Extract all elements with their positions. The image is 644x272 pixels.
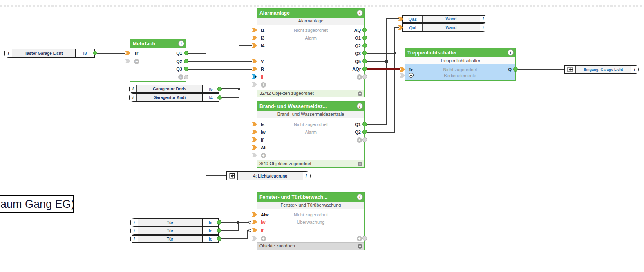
output-connector-q1[interactable] — [184, 51, 188, 55]
wire-q-to-eingang[interactable] — [517, 69, 564, 70]
info-icon[interactable]: i — [131, 236, 138, 242]
output-connector[interactable] — [217, 228, 221, 233]
output-connector[interactable] — [217, 87, 222, 91]
info-icon[interactable]: i — [357, 194, 363, 200]
io-label-aq: AQ — [354, 28, 361, 33]
input-port: I5 — [202, 85, 219, 92]
wire-taster-to-tr[interactable] — [97, 53, 125, 54]
output-connector-q5[interactable] — [362, 59, 367, 63]
input-block-taster-garage-licht[interactable]: i Taster Garage Licht I3 — [4, 49, 95, 58]
assignment-status: Nicht zugeordnet — [257, 212, 364, 217]
add-input-icon[interactable]: + — [261, 153, 266, 158]
io-label-iw: Iw — [261, 130, 266, 135]
wire-to-i4[interactable] — [239, 45, 252, 46]
wire-tuer3-out[interactable] — [221, 238, 248, 239]
info-icon[interactable]: i — [130, 94, 136, 101]
output-block-qal-wand[interactable]: Qal Wand i — [402, 23, 487, 32]
input-block-tuer-2[interactable]: i Tür Ic — [130, 227, 219, 235]
add-output-icon[interactable]: + — [357, 137, 362, 143]
function-block-treppenlichtschalter[interactable]: Treppenlichtschalter i Treppenlichtschal… — [405, 48, 516, 81]
output-port: Qal — [403, 24, 422, 31]
info-icon[interactable]: i — [631, 66, 638, 73]
output-connector-unused[interactable] — [362, 137, 367, 142]
settings-icon[interactable] — [358, 91, 362, 96]
output-connector[interactable] — [217, 220, 221, 225]
input-block-tuer-3[interactable]: i Tür Ic — [130, 235, 219, 243]
input-label: Tür — [138, 219, 202, 226]
info-icon[interactable]: i — [131, 219, 138, 226]
output-connector-q2[interactable] — [184, 59, 188, 63]
info-icon[interactable]: i — [508, 49, 514, 56]
info-icon[interactable]: i — [131, 227, 138, 234]
room-annotation-text: aum Gang EG) — [0, 198, 74, 210]
wire-q1-out[interactable] — [188, 53, 206, 54]
output-label: Wand — [422, 24, 480, 31]
wire-tuer3-vertical[interactable] — [247, 230, 248, 239]
info-icon[interactable]: i — [480, 16, 487, 22]
io-label-q1: Q1 — [176, 51, 182, 56]
output-connector-unused[interactable] — [362, 74, 367, 79]
io-label-q5: Q5 — [355, 59, 361, 64]
wire-doris-out[interactable] — [221, 88, 239, 89]
info-icon[interactable]: i — [178, 40, 184, 47]
wire-netA-to-qas[interactable] — [386, 18, 399, 19]
wire-netB-vertical[interactable] — [394, 27, 395, 133]
output-connector-q1[interactable] — [362, 122, 367, 126]
block-title-bar: Brand- und Wassermeldez... i — [257, 102, 364, 111]
output-connector-q2[interactable] — [362, 43, 367, 48]
io-label-is: Is — [261, 122, 264, 127]
wire-netA-vertical[interactable] — [386, 19, 387, 125]
function-block-mehrfach[interactable]: Mehrfach... i Tr − Q1 Q2 Q3 + — [130, 39, 186, 82]
output-connector-unused[interactable] — [362, 236, 367, 241]
wire-andi-out[interactable] — [221, 97, 239, 98]
wire-q3-to-r[interactable] — [188, 69, 252, 70]
wire-netB-to-qal[interactable] — [394, 27, 399, 28]
wire-aqr-to-treppe[interactable] — [367, 68, 400, 70]
wire-alarm-q5-out[interactable] — [367, 61, 387, 62]
info-icon[interactable]: i — [357, 103, 363, 109]
output-connector-q3[interactable] — [362, 51, 367, 55]
info-icon[interactable]: i — [5, 49, 12, 57]
output-connector-aqr[interactable] — [362, 67, 367, 71]
function-block-brandmeldezentrale[interactable]: Brand- und Wassermeldez... i Brand- und … — [257, 101, 365, 168]
function-block-fensterueberwachung[interactable]: Fenster- und Türüberwach... i Fenster- u… — [257, 192, 365, 250]
input-block-tuer-1[interactable]: i Tür Ic — [130, 218, 219, 227]
add-output-icon[interactable]: + — [357, 236, 362, 241]
wire-q2-to-v[interactable] — [188, 61, 252, 62]
add-output-icon[interactable]: + — [357, 74, 362, 80]
output-connector[interactable] — [217, 95, 222, 100]
settings-icon[interactable] — [358, 244, 362, 249]
function-block-alarmanlage[interactable]: Alarmanlage i Alarmanlage Nicht zugeordn… — [257, 8, 365, 97]
info-icon[interactable]: i — [303, 172, 310, 180]
output-connector-unused[interactable] — [184, 75, 188, 79]
diagram-canvas[interactable]: i Taster Garage Licht I3 i Garagentor Do… — [0, 0, 644, 272]
wire-brand-q1-out[interactable] — [367, 124, 387, 125]
output-connector-aq[interactable] — [362, 28, 367, 32]
io-label-alt: Alt — [261, 145, 267, 150]
add-input-icon[interactable]: + — [261, 82, 266, 88]
io-label-q1: Q1 — [355, 36, 361, 40]
wire-to-lichtsteuerung[interactable] — [206, 175, 226, 176]
info-icon[interactable]: i — [130, 85, 136, 92]
output-connector[interactable] — [217, 236, 221, 241]
output-connector-q1[interactable] — [362, 36, 367, 40]
output-connector-q[interactable] — [513, 67, 518, 72]
remove-input-icon[interactable]: − — [134, 59, 139, 64]
page-ref-lichtsteuerung[interactable]: 4: Lichtsteuerung i — [226, 171, 311, 180]
wire-alarm-q3-out[interactable] — [367, 53, 395, 54]
output-block-qas-wand[interactable]: Qas Wand i — [402, 15, 487, 23]
info-icon[interactable]: i — [357, 10, 363, 16]
wire-tuer2-out[interactable] — [221, 230, 239, 231]
wire-brand-q2-out[interactable] — [367, 132, 395, 133]
add-input-icon[interactable]: + — [261, 236, 266, 241]
output-connector-q3[interactable] — [184, 67, 188, 71]
page-ref-eingang-garage-licht[interactable]: Eingang: Garage Licht i — [564, 65, 639, 74]
add-output-icon[interactable]: + — [178, 74, 183, 80]
output-connector[interactable] — [93, 51, 97, 55]
room-annotation[interactable]: aum Gang EG) — [0, 195, 74, 213]
wire-q1-vertical[interactable] — [206, 53, 206, 176]
wire-tuer1-to-iw[interactable] — [221, 222, 249, 223]
settings-icon[interactable] — [358, 162, 362, 166]
info-icon[interactable]: i — [480, 24, 487, 31]
output-connector-q2[interactable] — [362, 130, 367, 134]
